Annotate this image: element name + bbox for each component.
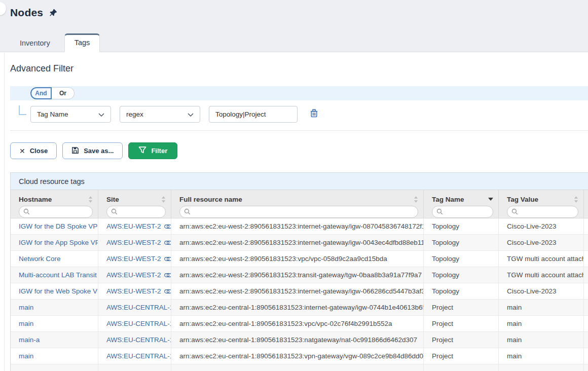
hostname-cell[interactable]: main-a — [11, 332, 98, 348]
site-cell[interactable]: AWS:EU-WEST-2 — [98, 235, 171, 250]
external-link-icon[interactable] — [164, 256, 171, 262]
scrollbar-gutter — [584, 348, 588, 364]
hostname-cell[interactable]: IGW for the App Spoke VPC — [11, 235, 98, 250]
tag-value-cell: TGW multi account attachment — [499, 251, 584, 267]
table-row: mainAWS:EU-CENTRAL-1arn:aws:ec2:eu-centr… — [11, 316, 588, 332]
hostname-cell[interactable]: Network Core — [11, 251, 98, 267]
site-cell[interactable]: AWS:EU-CENTRAL-1 — [98, 316, 171, 331]
sort-desc-icon[interactable] — [488, 198, 493, 201]
page-header: Nodes Inventory Tags — [0, 0, 588, 52]
save-icon — [71, 146, 79, 156]
tag-value-cell: Cisco-Live-2023 — [499, 283, 584, 299]
site-cell[interactable]: AWS:EU-WEST-2 — [98, 283, 171, 299]
column-header-tag-value[interactable]: Tag Value — [499, 190, 584, 218]
site-search-input[interactable] — [106, 206, 166, 218]
full-resource-name-cell: arn:aws:ec2:eu-west-2:890561831523:inter… — [171, 283, 424, 299]
full-resource-name-search-input[interactable] — [179, 206, 418, 218]
site-cell[interactable]: AWS:EU-CENTRAL-1 — [98, 332, 171, 348]
table-row: Network CoreAWS:EU-WEST-2arn:aws:ec2:eu-… — [11, 251, 588, 267]
sort-toggle-icon[interactable] — [161, 196, 166, 203]
sort-toggle-icon[interactable] — [88, 196, 93, 203]
field-select[interactable]: Tag Name — [30, 106, 111, 123]
and-button[interactable]: And — [30, 87, 52, 99]
filter-rule-row: Tag Name regex — [10, 100, 588, 131]
full-resource-name-cell: arn:aws:ec2:eu-west-2:890561831523:vpc/v… — [171, 251, 424, 267]
close-icon: ✕ — [19, 147, 25, 155]
full-resource-name-cell: arn:aws:ec2:eu-central-1:890561831523:na… — [171, 332, 424, 348]
hostname-cell[interactable] — [11, 364, 98, 371]
save-as-button[interactable]: Save as... — [62, 142, 123, 159]
tab-tags[interactable]: Tags — [64, 33, 100, 52]
column-label: Site — [106, 196, 119, 203]
pin-icon[interactable] — [49, 9, 57, 17]
table-row: IGW for the Web Spoke VPCAWS:EU-WEST-2ar… — [11, 283, 588, 300]
delete-rule-trash-icon[interactable] — [310, 109, 318, 118]
full-resource-name-cell: arn:aws:ec2:eu-central-1:890561831523:in… — [171, 300, 424, 315]
column-header-hostname[interactable]: Hostname — [11, 190, 98, 218]
scrollbar-gutter — [584, 332, 588, 348]
filter-actions: ✕ Close Save as... Filter — [10, 142, 177, 159]
hostname-cell[interactable]: IGW for the Web Spoke VPC — [11, 283, 98, 299]
column-search — [106, 206, 166, 218]
tag-value-cell: main — [499, 300, 584, 315]
hostname-cell[interactable]: main — [11, 348, 98, 364]
column-search — [432, 206, 493, 218]
sort-toggle-icon[interactable] — [414, 196, 418, 203]
scrollbar-gutter — [584, 316, 588, 331]
chevron-down-icon — [98, 110, 104, 118]
external-link-icon[interactable] — [164, 273, 171, 278]
site-cell[interactable]: AWS:EU-WEST-2 — [98, 218, 171, 234]
operator-select[interactable]: regex — [120, 106, 200, 123]
hostname-cell[interactable]: main — [11, 316, 98, 331]
scrollbar-gutter — [584, 218, 588, 234]
site-cell[interactable]: AWS:EU-CENTRAL-1 — [98, 300, 171, 315]
tag-name-cell: Project — [424, 348, 499, 364]
scrollbar-gutter — [584, 235, 588, 250]
tag-name-cell: Topology — [424, 235, 499, 250]
filter-button[interactable]: Filter — [128, 142, 177, 159]
scrollbar-gutter — [584, 364, 588, 371]
tag-name-cell: Topology — [424, 267, 499, 283]
tag-name-cell — [424, 364, 499, 371]
scrollbar-gutter — [584, 300, 588, 315]
tag-value-cell: TGW multi account attachment — [499, 267, 584, 283]
external-link-icon[interactable] — [164, 224, 171, 229]
full-resource-name-cell: arn:aws:ec2:eu-central-1:890561831523:vp… — [171, 316, 424, 331]
tag-name-cell: Topology — [424, 218, 499, 234]
site-cell[interactable]: AWS:EU-CENTRAL-1 — [98, 348, 171, 364]
column-header-full-resource-name[interactable]: Full resource name — [171, 190, 424, 218]
external-link-icon[interactable] — [164, 240, 171, 245]
tag-value-cell: Cisco-Live-2023 — [499, 218, 584, 234]
site-cell[interactable]: AWS:EU-WEST-2 — [98, 267, 171, 283]
tag-name-search-input[interactable] — [432, 206, 493, 218]
full-resource-name-cell: arn:aws:ec2:eu-west-2:890561831523:inter… — [171, 235, 424, 250]
panel-handle[interactable] — [0, 2, 6, 15]
column-search — [179, 206, 418, 218]
or-button[interactable]: Or — [52, 87, 75, 99]
table-row: mainAWS:EU-CENTRAL-1arn:aws:ec2:eu-centr… — [11, 348, 588, 364]
site-cell[interactable] — [98, 364, 171, 371]
tag-name-cell: Topology — [424, 283, 499, 299]
table-body: IGW for the DB Spoke VPCAWS:EU-WEST-2arn… — [11, 218, 588, 371]
column-header-site[interactable]: Site — [98, 190, 171, 218]
external-link-icon[interactable] — [164, 289, 171, 294]
full-resource-name-cell: arn:aws:ec2:eu-west-2:890561831523:trans… — [171, 267, 424, 283]
site-cell[interactable]: AWS:EU-WEST-2 — [98, 251, 171, 267]
operator-select-value: regex — [126, 110, 143, 118]
branch-connector-icon — [19, 105, 26, 115]
tab-inventory[interactable]: Inventory — [10, 34, 60, 52]
hostname-cell[interactable]: IGW for the DB Spoke VPC — [11, 218, 98, 234]
hostname-cell[interactable]: main — [11, 300, 98, 315]
table-row: IGW for the App Spoke VPCAWS:EU-WEST-2ar… — [11, 235, 588, 251]
column-header-tag-name[interactable]: Tag Name — [424, 190, 499, 218]
tag-value-cell: main — [499, 332, 584, 348]
tag-value-search-input[interactable] — [507, 206, 578, 218]
close-button[interactable]: ✕ Close — [10, 142, 57, 159]
scrollbar-gutter — [584, 190, 588, 218]
page-title: Nodes — [10, 7, 43, 19]
sort-toggle-icon[interactable] — [574, 196, 578, 203]
hostname-cell[interactable]: Multi-account LAB Transit Gateway — [11, 267, 98, 283]
filter-value-input[interactable] — [209, 106, 298, 123]
hostname-search-input[interactable] — [19, 206, 93, 218]
tab-bar: Inventory Tags — [10, 33, 100, 52]
